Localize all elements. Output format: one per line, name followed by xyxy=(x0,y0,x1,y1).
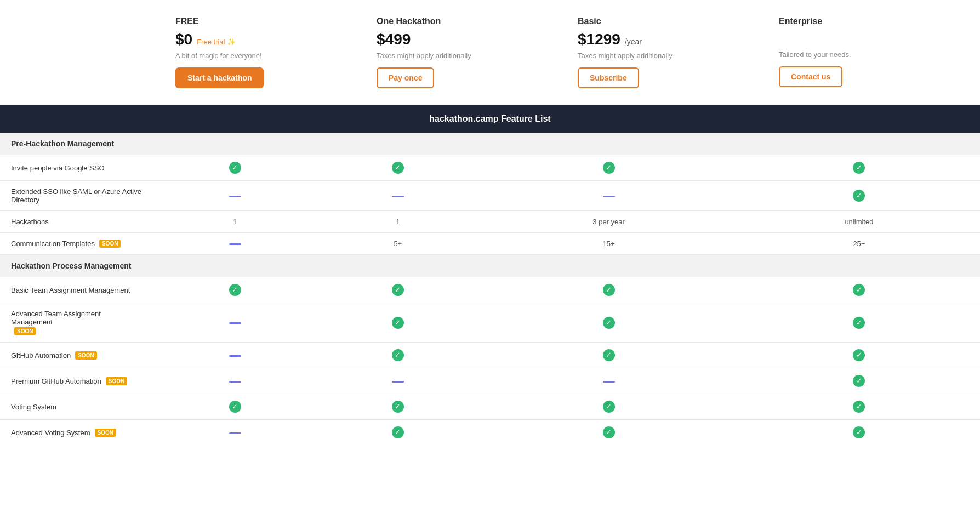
feature-one-col: ✓ xyxy=(316,343,479,368)
dash-icon xyxy=(229,381,241,383)
feature-enterprise-col: ✓ xyxy=(738,394,980,420)
soon-badge: SOON xyxy=(95,429,116,437)
price-amount-basic: $1299 xyxy=(578,31,620,48)
check-icon: ✓ xyxy=(853,349,865,361)
dash-icon xyxy=(603,196,615,197)
feature-name-cell: Communication Templates SOON xyxy=(0,233,153,255)
plan-name-basic: Basic xyxy=(578,16,757,26)
feature-row: Extended SSO like SAML or Azure Active D… xyxy=(0,181,980,211)
feature-value: 3 per year xyxy=(592,218,625,226)
feature-free-col xyxy=(153,181,316,211)
feature-name-cell: Voting System xyxy=(0,394,153,420)
plan-subtitle-free: A bit of magic for everyone! xyxy=(175,52,355,60)
feature-enterprise-col: ✓ xyxy=(738,155,980,181)
plan-price-basic: $1299 /year xyxy=(578,31,757,48)
feature-one-col: ✓ xyxy=(316,155,479,181)
plan-cta-free[interactable]: Start a hackathon xyxy=(175,67,264,88)
plan-name-free: FREE xyxy=(175,16,355,26)
feature-enterprise-col: 25+ xyxy=(738,233,980,255)
plan-subtitle-enterprise: Tailored to your needs. xyxy=(779,50,958,59)
feature-row: Advanced Voting System SOON ✓ ✓ ✓ xyxy=(0,420,980,446)
feature-row: Premium GitHub Automation SOON ✓ xyxy=(0,368,980,394)
feature-name-text: Premium GitHub Automation xyxy=(11,377,101,385)
feature-name-cell: Basic Team Assignment Management xyxy=(0,277,153,303)
feature-basic-col: ✓ xyxy=(479,343,738,368)
feature-name-text: Basic Team Assignment Management xyxy=(11,286,130,294)
pricing-header: FREE $0 Free trial ✨ A bit of magic for … xyxy=(0,0,980,105)
feature-basic-col: ✓ xyxy=(479,303,738,343)
feature-basic-col: ✓ xyxy=(479,155,738,181)
dash-icon xyxy=(229,243,241,245)
feature-value: 5+ xyxy=(394,240,402,248)
check-icon: ✓ xyxy=(229,284,241,296)
check-icon: ✓ xyxy=(392,349,404,361)
feature-one-col: ✓ xyxy=(316,303,479,343)
feature-table: Pre-Hackathon Management Invite people v… xyxy=(0,133,980,445)
check-icon: ✓ xyxy=(853,401,865,413)
check-icon: ✓ xyxy=(392,284,404,296)
feature-list-title: hackathon.camp Feature List xyxy=(0,105,980,133)
feature-value: 25+ xyxy=(853,240,865,248)
feature-enterprise-col: ✓ xyxy=(738,420,980,446)
feature-value: 1 xyxy=(396,218,400,226)
feature-enterprise-col: ✓ xyxy=(738,277,980,303)
plan-subtitle-one-hackathon: Taxes might apply additionally xyxy=(377,52,556,60)
plan-cta-basic[interactable]: Subscribe xyxy=(578,67,639,88)
feature-name-text: Advanced Voting System xyxy=(11,429,90,437)
check-icon: ✓ xyxy=(853,426,865,438)
dash-icon xyxy=(603,381,615,383)
feature-name-text: Invite people via Google SSO xyxy=(11,164,105,172)
plan-price-free: $0 Free trial ✨ xyxy=(175,31,355,48)
price-amount-one-hackathon: $499 xyxy=(377,31,411,48)
feature-basic-col: ✓ xyxy=(479,277,738,303)
feature-name-text: Communication Templates xyxy=(11,240,95,248)
category-name: Pre-Hackathon Management xyxy=(0,133,980,155)
feature-free-col xyxy=(153,303,316,343)
plan-cta-enterprise[interactable]: Contact us xyxy=(779,66,842,87)
feature-value: unlimited xyxy=(845,218,873,226)
price-amount-free: $0 xyxy=(175,31,192,48)
check-icon: ✓ xyxy=(853,375,865,387)
feature-basic-col: ✓ xyxy=(479,394,738,420)
feature-enterprise-col: ✓ xyxy=(738,303,980,343)
plan-col-one-hackathon: One Hackathon $499 Taxes might apply add… xyxy=(366,11,567,94)
feature-name-cell: Advanced Team Assignment Management SOON xyxy=(0,303,153,343)
check-icon: ✓ xyxy=(392,401,404,413)
feature-value: 1 xyxy=(233,218,237,226)
feature-name-cell: Extended SSO like SAML or Azure Active D… xyxy=(0,181,153,211)
plan-price-one-hackathon: $499 xyxy=(377,31,556,48)
category-name: Hackathon Process Management xyxy=(0,255,980,277)
feature-row: Basic Team Assignment Management ✓ ✓ ✓ ✓ xyxy=(0,277,980,303)
check-icon: ✓ xyxy=(603,349,615,361)
plan-col-basic: Basic $1299 /year Taxes might apply addi… xyxy=(567,11,768,94)
check-icon: ✓ xyxy=(229,401,241,413)
empty-col xyxy=(11,11,164,94)
feature-free-col: ✓ xyxy=(153,155,316,181)
plan-cta-one-hackathon[interactable]: Pay once xyxy=(377,67,434,88)
feature-enterprise-col: ✓ xyxy=(738,368,980,394)
feature-free-col: ✓ xyxy=(153,394,316,420)
feature-free-col xyxy=(153,343,316,368)
feature-category-row: Pre-Hackathon Management xyxy=(0,133,980,155)
feature-free-col: ✓ xyxy=(153,277,316,303)
dash-icon xyxy=(229,196,241,197)
feature-basic-col xyxy=(479,181,738,211)
feature-name-text: GitHub Automation xyxy=(11,351,71,360)
feature-one-col: ✓ xyxy=(316,277,479,303)
plan-subtitle-basic: Taxes might apply additionally xyxy=(578,52,757,60)
check-icon: ✓ xyxy=(853,190,865,202)
check-icon: ✓ xyxy=(392,162,404,174)
soon-badge: SOON xyxy=(99,240,121,248)
check-icon: ✓ xyxy=(392,317,404,329)
feature-one-col xyxy=(316,368,479,394)
price-suffix-basic: /year xyxy=(625,37,642,46)
check-icon: ✓ xyxy=(853,317,865,329)
feature-name-cell: Premium GitHub Automation SOON xyxy=(0,368,153,394)
soon-badge: SOON xyxy=(75,351,96,360)
feature-enterprise-col: ✓ xyxy=(738,181,980,211)
plan-name-enterprise: Enterprise xyxy=(779,16,958,26)
check-icon: ✓ xyxy=(603,162,615,174)
feature-basic-col xyxy=(479,368,738,394)
feature-row: Advanced Team Assignment Management SOON… xyxy=(0,303,980,343)
feature-one-col xyxy=(316,181,479,211)
